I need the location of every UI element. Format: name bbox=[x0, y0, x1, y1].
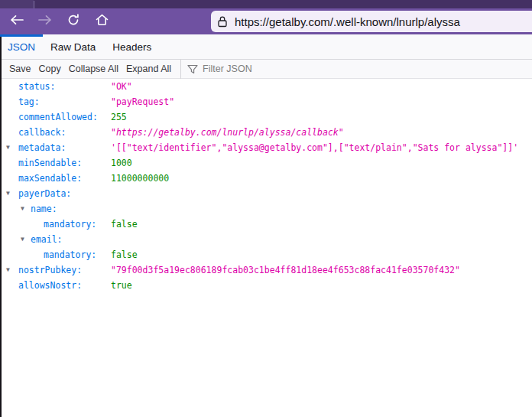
json-value: 255 bbox=[111, 109, 127, 125]
json-key: metadata: bbox=[18, 142, 66, 153]
json-key: name: bbox=[31, 204, 57, 214]
reload-button[interactable] bbox=[64, 12, 83, 31]
json-key: commentAllowed: bbox=[18, 112, 98, 122]
json-key: tag: bbox=[18, 96, 40, 107]
copy-button[interactable]: Copy bbox=[39, 64, 61, 74]
json-value: "https://getalby.com/lnurlp/alyssa/callb… bbox=[111, 125, 344, 140]
json-key: mandatory: bbox=[44, 249, 96, 260]
active-tab-indicator bbox=[0, 34, 43, 37]
home-button[interactable] bbox=[92, 12, 111, 31]
json-row-status: status: "OK" bbox=[2, 79, 532, 94]
back-arrow-icon bbox=[10, 15, 24, 28]
json-value: 11000000000 bbox=[111, 171, 169, 186]
json-row-maxsendable: maxSendable: 11000000000 bbox=[2, 171, 532, 186]
json-key: payerData: bbox=[18, 188, 71, 199]
json-row-metadata: ▼ metadata: '[["text/identifier","alyssa… bbox=[2, 140, 532, 155]
expand-arrow-icon[interactable]: ▼ bbox=[6, 186, 10, 201]
filter-area bbox=[187, 64, 294, 74]
json-row-nostrpubkey: ▼ nostrPubkey: "79f00d3f5a19ec806189fcab… bbox=[2, 262, 532, 278]
json-row-tag: tag: "payRequest" bbox=[2, 94, 532, 109]
home-icon bbox=[96, 14, 109, 29]
json-row-email: ▼ email: bbox=[2, 232, 532, 247]
quote-close: " bbox=[339, 127, 344, 138]
toolbar-separator bbox=[180, 60, 181, 79]
json-row-payerdata: ▼ payerData: bbox=[2, 186, 532, 201]
json-row-commentallowed: commentAllowed: 255 bbox=[2, 109, 532, 125]
json-key: allowsNostr: bbox=[18, 280, 82, 291]
json-value: 1000 bbox=[111, 155, 132, 171]
reload-icon bbox=[67, 14, 79, 29]
tab-raw-data[interactable]: Raw Data bbox=[50, 41, 96, 53]
json-row-email-mandatory: mandatory: false bbox=[2, 247, 532, 262]
expand-arrow-icon[interactable]: ▼ bbox=[21, 232, 24, 247]
json-row-minsendable: minSendable: 1000 bbox=[2, 155, 532, 171]
json-key: nostrPubkey: bbox=[18, 265, 82, 275]
json-key: maxSendable: bbox=[18, 173, 82, 184]
json-key: minSendable: bbox=[18, 158, 82, 168]
url-text: https://getalby.com/.well-known/lnurlp/a… bbox=[235, 15, 460, 28]
json-value: false bbox=[111, 217, 138, 232]
tab-bar bbox=[0, 0, 532, 8]
filter-json-input[interactable] bbox=[203, 64, 294, 74]
forward-button[interactable] bbox=[36, 12, 54, 31]
tab-json[interactable]: JSON bbox=[2, 41, 41, 53]
expand-all-button[interactable]: Expand All bbox=[126, 64, 171, 74]
json-key: status: bbox=[18, 81, 55, 92]
browser-toolbar: https://getalby.com/.well-known/lnurlp/a… bbox=[0, 8, 532, 34]
json-key: callback: bbox=[18, 127, 66, 138]
json-value: "OK" bbox=[111, 79, 132, 94]
lock-icon bbox=[217, 15, 228, 28]
json-row-callback: callback: "https://getalby.com/lnurlp/al… bbox=[2, 125, 532, 140]
json-actions-toolbar: Save Copy Collapse All Expand All bbox=[2, 60, 532, 79]
expand-arrow-icon[interactable]: ▼ bbox=[6, 262, 10, 278]
tab-divider bbox=[34, 1, 34, 8]
json-key: mandatory: bbox=[44, 219, 96, 230]
json-value: "payRequest" bbox=[111, 94, 174, 109]
json-value: '[["text/identifier","alyssa@getalby.com… bbox=[111, 140, 518, 155]
expand-arrow-icon[interactable]: ▼ bbox=[21, 201, 24, 217]
callback-link[interactable]: https://getalby.com/lnurlp/alyssa/callba… bbox=[116, 127, 339, 138]
tab-headers[interactable]: Headers bbox=[112, 41, 151, 53]
save-button[interactable]: Save bbox=[9, 64, 31, 74]
json-key: email: bbox=[31, 234, 63, 245]
json-row-allowsnostr: allowsNostr: true bbox=[2, 278, 532, 293]
quote-open: " bbox=[111, 127, 116, 138]
back-button[interactable] bbox=[8, 12, 26, 31]
json-value: true bbox=[111, 278, 132, 293]
json-value: false bbox=[111, 247, 138, 262]
url-bar[interactable]: https://getalby.com/.well-known/lnurlp/a… bbox=[211, 11, 532, 32]
json-tree: status: "OK" tag: "payRequest" commentAl… bbox=[2, 79, 532, 293]
filter-funnel-icon bbox=[187, 64, 198, 74]
json-row-name: ▼ name: bbox=[2, 201, 532, 217]
active-tab-edge bbox=[0, 0, 34, 8]
forward-arrow-icon bbox=[38, 15, 52, 28]
json-row-name-mandatory: mandatory: false bbox=[2, 217, 532, 232]
collapse-all-button[interactable]: Collapse All bbox=[69, 64, 118, 74]
expand-arrow-icon[interactable]: ▼ bbox=[6, 140, 10, 155]
viewer-tab-strip: JSON Raw Data Headers bbox=[2, 34, 532, 60]
json-viewer: JSON Raw Data Headers Save Copy Collapse… bbox=[0, 34, 532, 417]
json-value: "79f00d3f5a19ec806189fcab03c1be4ff81d18e… bbox=[111, 262, 460, 278]
